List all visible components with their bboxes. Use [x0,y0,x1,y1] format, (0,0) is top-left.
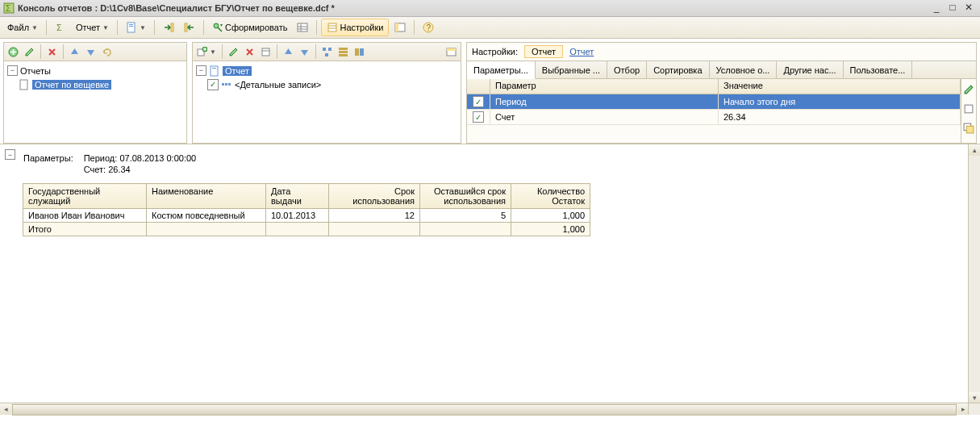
param-check-account[interactable]: ✓ [473,111,484,123]
param-copy-icon[interactable] [962,119,975,137]
delete-icon[interactable] [44,43,60,61]
svg-rect-30 [339,51,348,53]
report-label: Отчет [76,23,100,32]
import-icon-button[interactable] [180,19,199,36]
vertical-scrollbar[interactable]: ▴ ▾ [968,144,980,403]
settings-header-label: Настройки: [472,47,518,56]
collapse2-icon[interactable]: − [196,65,206,76]
structure-root-row[interactable]: − Отчет [196,64,457,77]
settings-header-sel[interactable]: Отчет [524,45,563,58]
collapse-icon[interactable]: − [7,65,18,76]
settings-label: Настройки [340,23,383,32]
param-prop-icon[interactable] [962,100,975,118]
report-item-icon [19,79,30,90]
report-collapse-icon[interactable]: − [5,149,15,160]
svg-rect-40 [228,83,231,86]
titlebar: Σ Консоль отчетов : D:\1Cv8\Base\Специал… [0,0,980,17]
param-header-row: Параметр Значение [467,79,961,94]
settings-button[interactable]: Настройки [321,19,389,36]
report-data-row[interactable]: Иванов Иван Иванович Костюм повседневный… [23,209,590,223]
svg-text:Σ: Σ [6,4,10,13]
svg-rect-13 [328,23,336,31]
tab-conditional[interactable]: Условное о... [710,61,778,78]
checkbox-icon[interactable]: ✓ [207,79,219,90]
props-icon[interactable] [258,43,273,61]
detail-icon [221,79,232,90]
tree-root-row[interactable]: − Отчеты [7,64,183,77]
page-icon-button[interactable]: ▼ [122,19,150,36]
file-label: Файл [7,23,29,32]
svg-rect-28 [325,53,328,56]
structure-tree-panel: ▼ − Отчет ✓ <Детальные запис [192,42,461,144]
detail-settings-icon[interactable] [444,43,459,61]
up2-icon[interactable] [281,43,296,61]
param-edit-icon[interactable] [962,81,975,98]
sum-icon-button[interactable]: Σ [51,19,70,36]
down2-icon[interactable] [297,43,312,61]
report-root-icon [209,65,220,77]
up-icon[interactable] [67,43,82,61]
structure-detail-row[interactable]: ✓ <Детальные записи> [196,77,457,91]
refresh-icon[interactable] [99,43,115,61]
svg-rect-26 [323,48,326,51]
cell-qty: 1,000 [511,209,590,223]
scroll-thumb[interactable] [12,404,957,415]
cell-term: 12 [329,209,420,223]
reports-tree[interactable]: − Отчеты Отчет по вещевке [4,61,186,143]
scroll-left-icon[interactable]: ◂ [0,403,11,415]
help-button[interactable]: ? [419,19,438,36]
add-icon[interactable] [6,43,21,61]
report-scroll[interactable]: − Параметры: Период: 07.08.2013 0:00:00 … [0,144,969,403]
total-value: 1,000 [511,223,590,236]
edit-icon[interactable] [22,43,37,61]
grid-icon-button[interactable] [293,19,312,36]
delete2-icon[interactable] [242,43,257,61]
structure-root-label: Отчет [223,66,252,76]
form-button[interactable]: Сформировать [208,19,292,36]
tab-sort[interactable]: Сортировка [647,61,709,78]
col-qty: Количество Остаток [511,184,590,209]
report-total-row: Итого 1,000 [23,223,590,236]
tab-user[interactable]: Пользовате... [844,61,913,78]
minimize-button[interactable]: _ [930,2,943,13]
tab-other[interactable]: Другие нас... [777,61,843,78]
cell-remain: 5 [420,209,511,223]
param-name-period: Период [490,94,719,109]
export-icon-button[interactable] [159,19,178,36]
tree-item-row[interactable]: Отчет по вещевке [7,77,183,91]
svg-rect-33 [360,48,364,56]
scroll-down-icon[interactable]: ▾ [969,392,980,403]
param-side-tools [961,79,976,143]
report-menu[interactable]: Отчет▼ [72,19,113,36]
param-row-account[interactable]: ✓ Счет 26.34 [467,110,961,125]
close-button[interactable]: ✕ [962,2,975,13]
panel-icon-button[interactable] [390,19,410,36]
parameters-table[interactable]: Параметр Значение ✓ Период Начало этого … [467,79,961,143]
file-menu[interactable]: Файл▼ [3,19,42,36]
tree1-icon[interactable] [319,43,335,61]
reports-toolbar [4,43,186,61]
param-row-period[interactable]: ✓ Период Начало этого дня [467,94,961,110]
scroll-right-icon[interactable]: ▸ [957,403,969,415]
down-icon[interactable] [83,43,98,61]
add-node-icon[interactable]: ▼ [194,43,219,61]
cell-name: Костюм повседневный [147,209,266,223]
tree2-icon[interactable] [336,43,351,61]
edit2-icon[interactable] [226,43,241,61]
tab-filter[interactable]: Отбор [607,61,647,78]
horizontal-scrollbar[interactable]: ◂ ▸ [0,403,969,415]
param-check-period[interactable]: ✓ [473,96,484,107]
svg-rect-32 [355,48,359,56]
tab-selected[interactable]: Выбранные ... [536,61,607,78]
svg-rect-39 [225,83,227,86]
scroll-up-icon[interactable]: ▴ [969,144,980,156]
settings-tabs: Параметры... Выбранные ... Отбор Сортиро… [467,61,976,79]
col-term: Срок использования [329,184,420,209]
tree3-icon[interactable] [352,43,367,61]
maximize-button[interactable]: □ [946,2,959,13]
tab-parameters[interactable]: Параметры... [467,61,536,79]
settings-header-link[interactable]: Отчет [569,47,594,56]
reports-tree-panel: − Отчеты Отчет по вещевке [3,42,187,144]
structure-tree[interactable]: − Отчет ✓ <Детальные записи> [193,61,461,143]
param-value-account: 26.34 [719,110,961,124]
